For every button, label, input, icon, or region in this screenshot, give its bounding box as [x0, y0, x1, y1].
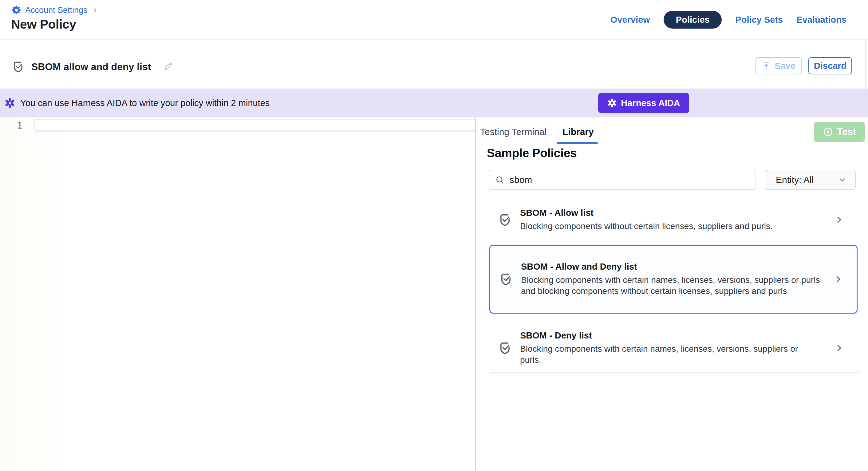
- policy-toolbar: SBOM allow and deny list Save Discard: [0, 40, 868, 89]
- chevron-right-icon[interactable]: [834, 343, 844, 353]
- policy-identity: SBOM allow and deny list: [12, 58, 174, 76]
- policy-search-box: [489, 170, 756, 190]
- page-header: Account Settings New Policy Overview Pol…: [0, 0, 868, 40]
- discard-button[interactable]: Discard: [808, 57, 852, 75]
- policy-card-text: SBOM - Deny list Blocking components wit…: [520, 330, 821, 365]
- editor-current-line[interactable]: [34, 119, 475, 131]
- play-icon: [823, 127, 833, 137]
- policy-card-text: SBOM - Allow and Deny list Blocking comp…: [521, 262, 822, 297]
- breadcrumb: Account Settings: [11, 5, 98, 16]
- chevron-right-icon[interactable]: [834, 215, 844, 225]
- policy-card-title: SBOM - Allow list: [520, 208, 821, 218]
- aida-flower-icon: [4, 97, 16, 109]
- policy-name: SBOM allow and deny list: [31, 61, 151, 72]
- shield-check-icon: [498, 341, 512, 355]
- toolbar-actions: Save Discard: [755, 57, 852, 75]
- tab-library-underline: [557, 142, 598, 144]
- policy-card-sbom-deny-list[interactable]: SBOM - Deny list Blocking components wit…: [489, 325, 858, 371]
- policy-card-sbom-allow-list[interactable]: SBOM - Allow list Blocking components wi…: [489, 200, 858, 240]
- policy-card-description: Blocking components with certain names, …: [520, 344, 821, 365]
- aida-banner: You can use Harness AIDA to write your p…: [0, 89, 868, 117]
- breadcrumb-link-account-settings[interactable]: Account Settings: [25, 5, 88, 15]
- policy-card-description: Blocking components without certain lice…: [520, 221, 821, 232]
- edit-pencil-icon[interactable]: [162, 61, 174, 72]
- tab-policies[interactable]: Policies: [663, 11, 722, 29]
- tab-policy-sets[interactable]: Policy Sets: [735, 15, 783, 25]
- entity-filter-label: Entity: All: [776, 175, 838, 185]
- search-icon: [495, 175, 505, 185]
- page-title: New Policy: [11, 17, 76, 32]
- policy-card-title: SBOM - Deny list: [520, 330, 821, 341]
- sample-policies-heading: Sample Policies: [487, 146, 577, 160]
- harness-aida-button[interactable]: Harness AIDA: [598, 93, 689, 113]
- discard-button-label: Discard: [814, 61, 846, 71]
- chevron-right-icon[interactable]: [833, 274, 843, 284]
- banner-message: You can use Harness AIDA to write your p…: [20, 98, 270, 108]
- tab-evaluations[interactable]: Evaluations: [796, 15, 846, 25]
- list-bottom-divider: [490, 372, 859, 373]
- shield-check-icon: [498, 213, 512, 227]
- entity-filter-select[interactable]: Entity: All: [765, 170, 856, 190]
- editor-line-number: 1: [0, 121, 22, 130]
- shield-check-icon: [12, 60, 25, 73]
- aida-flower-icon: [607, 98, 617, 108]
- test-button-label: Test: [837, 126, 856, 138]
- shield-check-icon: [499, 272, 513, 286]
- library-panel: Testing Terminal Library Test Sample Pol…: [476, 117, 868, 471]
- top-nav: Overview Policies Policy Sets Evaluation…: [611, 10, 846, 29]
- tab-overview[interactable]: Overview: [611, 15, 650, 25]
- save-button[interactable]: Save: [755, 57, 802, 75]
- tab-library[interactable]: Library: [562, 127, 594, 137]
- policy-card-title: SBOM - Allow and Deny list: [521, 262, 822, 272]
- policy-card-description: Blocking components with certain names, …: [521, 274, 822, 297]
- breadcrumb-chevron-icon: [91, 7, 98, 13]
- policy-code-editor[interactable]: 1: [0, 117, 475, 471]
- tab-testing-terminal[interactable]: Testing Terminal: [480, 127, 547, 137]
- upload-icon: [762, 61, 771, 70]
- test-button[interactable]: Test: [814, 122, 865, 142]
- gear-icon: [11, 5, 22, 16]
- save-button-label: Save: [775, 61, 796, 71]
- policy-card-text: SBOM - Allow list Blocking components wi…: [520, 208, 821, 232]
- policy-card-sbom-allow-and-deny-list-selected[interactable]: SBOM - Allow and Deny list Blocking comp…: [489, 245, 858, 314]
- search-input[interactable]: [509, 175, 750, 185]
- harness-aida-button-label: Harness AIDA: [621, 98, 680, 108]
- chevron-down-icon: [838, 175, 847, 184]
